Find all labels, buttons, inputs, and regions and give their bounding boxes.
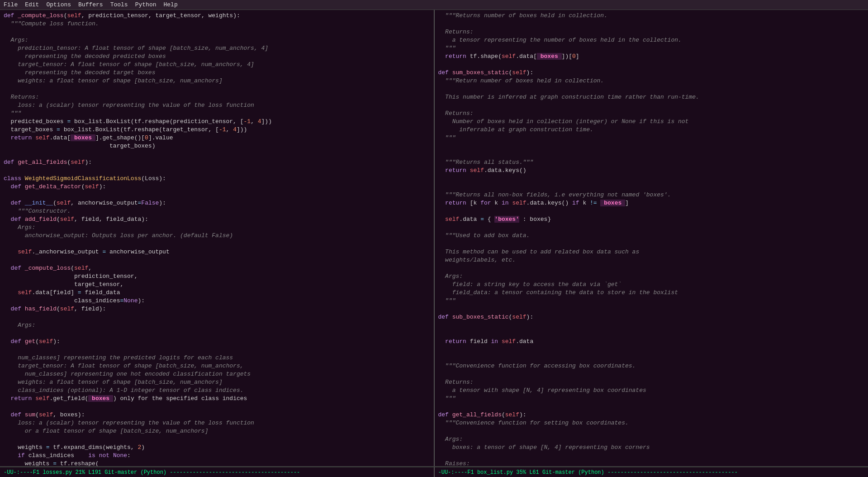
right-status-text: -UU-:----F1 box_list.py 35% L61 Git-mast…: [438, 469, 738, 476]
code-line: [435, 452, 868, 460]
code-line: [435, 61, 868, 69]
code-line: Args:: [0, 321, 434, 329]
code-line: [435, 183, 868, 191]
code-line: representing the decoded predicted boxes: [0, 52, 434, 61]
code-line: def get_delta_factor(self):: [0, 183, 434, 191]
code-line: prediction_tensor,: [0, 272, 434, 281]
code-line: [435, 427, 868, 435]
code-line: Returns:: [435, 378, 868, 386]
code-line: def sum(self, boxes):: [0, 411, 434, 419]
code-line: [0, 167, 434, 175]
code-line: if class_indices is not None:: [0, 452, 434, 460]
code-line: return [k for k in self.data.keys() if k…: [435, 199, 868, 207]
menu-file[interactable]: File: [4, 1, 18, 8]
code-line: def _compute_loss(self,: [0, 264, 434, 272]
code-line: weights = tf.expand_dims(weights, 2): [0, 444, 434, 452]
code-line: [435, 101, 868, 110]
code-line: """: [435, 297, 868, 305]
right-status-pane: -UU-:----F1 box_list.py 35% L61 Git-mast…: [435, 467, 868, 477]
left-status-text: -UU-:----F1 losses.py 21% L191 Git-maste…: [4, 469, 300, 476]
code-line: field_data: a tensor containing the data…: [435, 289, 868, 297]
code-line: def __init__(self, anchorwise_output=Fal…: [0, 199, 434, 207]
code-line: Args:: [0, 224, 434, 232]
code-line: """Returns number of boxes held in colle…: [435, 12, 868, 20]
code-line: loss: a (scalar) tensor representing the…: [0, 419, 434, 427]
code-line: [0, 403, 434, 411]
code-line: [435, 142, 868, 150]
code-line: [435, 207, 868, 215]
code-line: anchorwise_output: Outputs loss per anch…: [0, 232, 434, 240]
code-line: """: [435, 134, 868, 142]
code-line: Returns:: [435, 28, 868, 36]
code-line: return field in self.data: [435, 338, 868, 346]
code-line: [435, 85, 868, 93]
code-line: [435, 321, 868, 329]
code-line: class_indices (optional): A 1-D integer …: [0, 386, 434, 395]
code-line: class WeightedSigmoidClassificationLoss(…: [0, 175, 434, 183]
code-line: Returns:: [0, 93, 434, 101]
code-line: [435, 354, 868, 362]
menu-tools[interactable]: Tools: [110, 1, 128, 8]
code-line: """: [435, 395, 868, 403]
code-line: """Return number of boxes held in collec…: [435, 77, 868, 85]
code-line: """Returns all status.""": [435, 158, 868, 167]
menu-edit[interactable]: Edit: [25, 1, 39, 8]
code-line: a tensor with shape [N, 4] representing …: [435, 386, 868, 395]
code-line: """: [0, 110, 434, 118]
code-line: """: [435, 44, 868, 52]
code-line: or a float tensor of shape [batch_size, …: [0, 427, 434, 435]
code-line: """Returns all non-box fields, i.e every…: [435, 191, 868, 199]
menu-bar: File Edit Options Buffers Tools Python H…: [0, 0, 868, 10]
left-editor-pane[interactable]: def _compute_loss(self, prediction_tenso…: [0, 10, 435, 466]
code-line: predicted_boxes = box_list.BoxList(tf.re…: [0, 118, 434, 126]
code-line: [0, 313, 434, 321]
code-line: boxes: a tensor of shape [N, 4] represen…: [435, 444, 868, 452]
code-line: Raises:: [435, 460, 868, 466]
code-line: representing the decoded target boxes: [0, 69, 434, 77]
code-line: return tf.shape(self.data[ boxes ])[0]: [435, 52, 868, 61]
code-line: inferrable at graph construction time.: [435, 126, 868, 134]
code-line: [0, 240, 434, 248]
code-line: num_classes] representing one hot encode…: [0, 370, 434, 378]
code-line: [435, 403, 868, 411]
right-editor-pane[interactable]: """Returns number of boxes held in colle…: [435, 10, 868, 466]
code-line: target_tensor: A float tensor of shape […: [0, 362, 434, 370]
code-line: target_boxes): [0, 142, 434, 150]
code-line: def sum_boxes_static(self):: [435, 69, 868, 77]
code-line: """Constructor.: [0, 207, 434, 215]
code-line: def get_all_fields(self):: [0, 158, 434, 167]
code-line: """Convenience function for setting box …: [435, 419, 868, 427]
code-line: Args:: [0, 36, 434, 44]
code-line: This method can be used to add related b…: [435, 248, 868, 256]
code-line: [435, 346, 868, 354]
code-line: class_indices=None):: [0, 297, 434, 305]
code-line: def add_field(self, field, field_data):: [0, 215, 434, 224]
menu-buffers[interactable]: Buffers: [78, 1, 103, 8]
code-line: [0, 329, 434, 338]
code-line: """Compute loss function.: [0, 20, 434, 28]
code-line: [0, 28, 434, 36]
menu-python[interactable]: Python: [135, 1, 157, 8]
status-bar: -UU-:----F1 losses.py 21% L191 Git-maste…: [0, 466, 868, 477]
code-line: weights/labels, etc.: [435, 256, 868, 264]
code-line: [435, 175, 868, 183]
code-line: a tensor representing the number of boxe…: [435, 36, 868, 44]
code-line: [435, 20, 868, 28]
left-code-content: def _compute_loss(self, prediction_tenso…: [0, 10, 434, 466]
code-line: [435, 264, 868, 272]
code-line: Returns:: [435, 110, 868, 118]
code-line: target_tensor: A float tensor of shape […: [0, 61, 434, 69]
code-line: def _compute_loss(self, prediction_tenso…: [0, 12, 434, 20]
code-line: [0, 346, 434, 354]
menu-options[interactable]: Options: [46, 1, 71, 8]
left-status-pane: -UU-:----F1 losses.py 21% L191 Git-maste…: [0, 467, 435, 477]
code-line: return self.get_field( boxes ) only for …: [0, 395, 434, 403]
menu-help[interactable]: Help: [163, 1, 177, 8]
code-line: Number of boxes held in collection (inte…: [435, 118, 868, 126]
code-line: num_classes] representing the predicted …: [0, 354, 434, 362]
code-line: loss: a (scalar) tensor representing the…: [0, 101, 434, 110]
code-line: return self.data[ boxes ].get_shape()[0]…: [0, 134, 434, 142]
code-line: def sub_boxes_static(self):: [435, 313, 868, 321]
code-line: self._anchorwise_output = anchorwise_out…: [0, 248, 434, 256]
code-line: def has_field(self, field):: [0, 305, 434, 313]
